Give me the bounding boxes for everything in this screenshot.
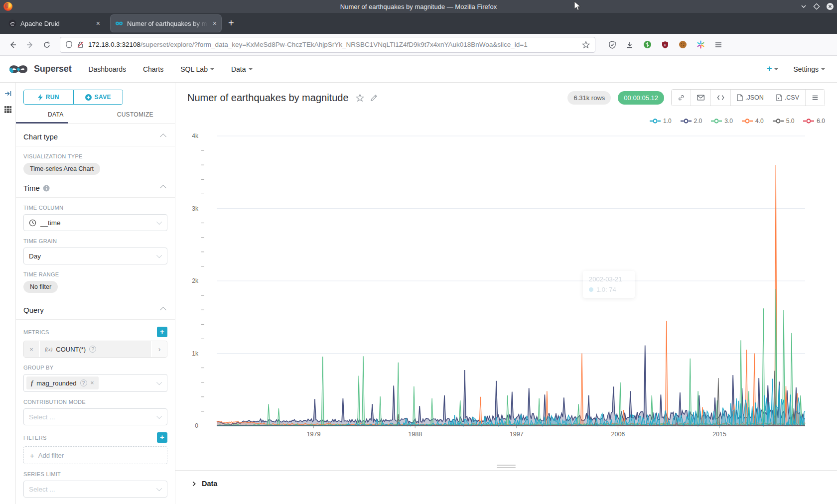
run-button[interactable]: RUN: [24, 90, 73, 104]
add-filter-button[interactable]: +: [157, 432, 167, 443]
svg-text:u: u: [664, 42, 666, 47]
time-column-select[interactable]: __time: [23, 214, 167, 231]
nav-item-charts[interactable]: Charts: [143, 65, 163, 73]
legend-item-5.0[interactable]: 5.0: [773, 118, 795, 125]
menu-icon[interactable]: [714, 41, 722, 49]
collapse-panel-icon[interactable]: [4, 90, 12, 98]
export-csv-button[interactable]: .CSV: [770, 90, 805, 106]
protections-shield-icon[interactable]: [608, 41, 616, 49]
bookmark-star-icon[interactable]: [582, 41, 590, 49]
viz-type-pill[interactable]: Time-series Area Chart: [23, 163, 100, 175]
edit-pencil-icon[interactable]: [370, 94, 378, 102]
superset-navbar: Superset Dashboards Charts SQL Lab Data …: [0, 56, 837, 83]
time-range-pill[interactable]: No filter: [23, 281, 58, 293]
tab-apache-druid[interactable]: Apache Druid ×: [4, 15, 105, 32]
legend-item-3.0[interactable]: 3.0: [711, 118, 733, 125]
container-pinwheel-icon[interactable]: [697, 40, 705, 49]
back-icon[interactable]: [9, 41, 17, 49]
remove-metric-icon[interactable]: ×: [24, 341, 40, 357]
time-column-value: __time: [40, 219, 61, 227]
tab-close-icon[interactable]: ×: [213, 20, 217, 27]
download-icon[interactable]: [626, 41, 634, 49]
url-host: 172.18.0.3:32108: [88, 41, 140, 48]
contribution-mode-select[interactable]: Select ...: [23, 408, 167, 425]
settings-menu[interactable]: Settings: [793, 65, 825, 73]
series-limit-select[interactable]: Select ...: [23, 481, 167, 498]
ublock-icon[interactable]: u: [661, 41, 669, 49]
chart-tooltip: 2002-03-21 1.0: 74: [583, 271, 635, 298]
data-panel-toggle[interactable]: Data: [175, 471, 837, 488]
remove-tag-icon[interactable]: ×: [91, 379, 94, 386]
url-text[interactable]: 172.18.0.3:32108/superset/explore/?form_…: [88, 41, 578, 48]
svg-text:2k: 2k: [192, 277, 199, 284]
tab-superset-explore[interactable]: Numer of earthquakes by m ×: [111, 15, 221, 32]
nav-item-dashboards[interactable]: Dashboards: [88, 65, 126, 73]
tab-data[interactable]: DATA: [16, 106, 96, 123]
tab-close-icon[interactable]: ×: [96, 20, 100, 27]
legend-label: 1.0: [663, 118, 672, 125]
svg-text:2006: 2006: [611, 431, 625, 438]
add-metric-button[interactable]: +: [157, 327, 167, 337]
select-caret-icon: [156, 413, 162, 419]
legend-item-4.0[interactable]: 4.0: [742, 118, 764, 125]
tracking-shield-icon[interactable]: [65, 41, 73, 48]
metric-count[interactable]: × f(x) COUNT(*) ? ›: [23, 341, 167, 358]
group-by-tag[interactable]: f mag_rounded ? ×: [26, 377, 99, 389]
add-filter-dropzone[interactable]: + Add filter: [23, 446, 167, 464]
more-menu-icon: [812, 95, 819, 101]
control-panel-sidebar: RUN SAVE DATA CUSTOMIZE Chart type VISUA…: [16, 83, 175, 504]
svg-text:2015: 2015: [712, 431, 726, 438]
timeseries-chart[interactable]: 01k2k3k4k19791988199720062015: [175, 127, 837, 438]
legend-item-1.0[interactable]: 1.0: [650, 118, 672, 125]
chevron-up-icon: [160, 185, 166, 191]
section-query[interactable]: Query: [23, 293, 167, 319]
csv-file-icon: [776, 94, 782, 101]
embed-code-button[interactable]: [710, 90, 730, 106]
caret-down-icon: [774, 68, 778, 70]
expand-metric-icon[interactable]: ›: [151, 341, 167, 357]
minimize-icon[interactable]: [800, 3, 807, 10]
contribution-mode-label: CONTRIBUTION MODE: [23, 399, 167, 405]
group-by-select[interactable]: f mag_rounded ? ×: [23, 374, 167, 392]
legend-item-2.0[interactable]: 2.0: [681, 118, 702, 125]
metric-value: COUNT(*): [56, 346, 86, 353]
nav-item-data[interactable]: Data: [231, 65, 253, 73]
email-button[interactable]: [691, 90, 710, 106]
select-placeholder: Select ...: [29, 413, 55, 421]
save-button[interactable]: SAVE: [73, 90, 123, 104]
superset-brand[interactable]: Superset: [9, 63, 71, 75]
nav-item-sql-lab[interactable]: SQL Lab: [180, 65, 214, 73]
favorite-star-icon[interactable]: [356, 94, 364, 102]
time-grain-select[interactable]: Day: [23, 248, 167, 264]
add-new-button[interactable]: +: [767, 64, 779, 74]
cookie-icon[interactable]: [679, 40, 687, 49]
maximize-icon[interactable]: [813, 3, 820, 10]
section-time[interactable]: Time: [23, 175, 167, 197]
svg-text:1979: 1979: [307, 431, 321, 438]
window-title: Numer of earthquakes by magnitude — Mozi…: [340, 3, 497, 10]
datasource-grid-icon[interactable]: [4, 106, 12, 114]
chart-title: Numer of earthquakes by magnitude: [187, 92, 349, 104]
chart-menu-button[interactable]: [805, 90, 825, 106]
copy-link-button[interactable]: [672, 90, 691, 106]
panel-resize-handle[interactable]: [497, 463, 516, 470]
tab-favicon-superset: [115, 19, 123, 27]
section-chart-type[interactable]: Chart type: [23, 124, 167, 146]
new-tab-button[interactable]: +: [228, 17, 234, 29]
url-path: /superset/explore/?form_data_key=KxMeSd8…: [140, 41, 528, 48]
url-bar[interactable]: 172.18.0.3:32108/superset/explore/?form_…: [60, 37, 595, 53]
add-filter-label: Add filter: [38, 452, 64, 459]
left-icon-rail: [0, 83, 16, 504]
extension-green-icon[interactable]: [643, 40, 652, 49]
export-json-button[interactable]: .JSON: [730, 90, 770, 106]
close-icon[interactable]: [826, 2, 834, 10]
reload-icon[interactable]: [43, 41, 51, 49]
superset-logo-icon: [9, 63, 30, 75]
select-caret-icon: [156, 219, 162, 225]
insecure-lock-icon[interactable]: [77, 41, 84, 48]
tab-customize[interactable]: CUSTOMIZE: [96, 106, 175, 123]
legend-label: 3.0: [724, 118, 733, 125]
legend-item-6.0[interactable]: 6.0: [803, 118, 825, 125]
select-placeholder: Select ...: [29, 486, 55, 493]
forward-icon[interactable]: [26, 41, 34, 49]
